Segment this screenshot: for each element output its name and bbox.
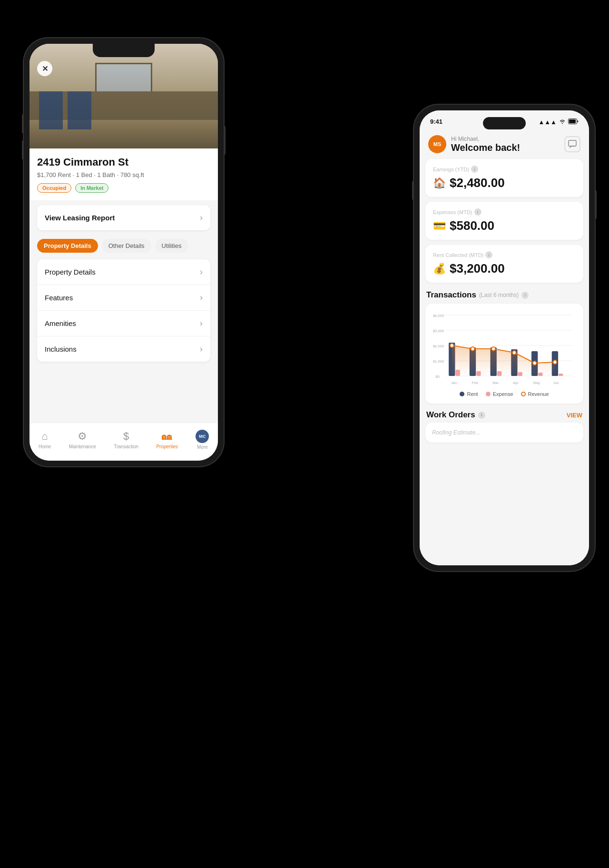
earnings-label: Earnings (YTD) i — [433, 166, 576, 173]
svg-point-32 — [450, 344, 454, 347]
expenses-label: Expenses (MTD) i — [433, 208, 576, 216]
menu-item-label: Amenities — [45, 319, 76, 327]
svg-text:Feb: Feb — [472, 381, 479, 385]
legend-expense: Expense — [486, 391, 513, 397]
more-avatar: MC — [196, 430, 209, 443]
time-display: 9:41 — [430, 118, 442, 126]
nav-home-label: Home — [39, 444, 51, 449]
menu-item-label: Inclusions — [45, 345, 77, 353]
transactions-subtitle: (Last 6 months) — [479, 292, 519, 298]
home-icon: ⌂ — [41, 430, 48, 443]
nav-home[interactable]: ⌂ Home — [39, 430, 51, 449]
volume-down-button[interactable] — [22, 140, 24, 159]
welcome-text: Welcome back! — [451, 142, 520, 153]
property-badges: Occupied In Market — [37, 183, 210, 193]
close-button[interactable]: ✕ — [37, 61, 52, 76]
transactions-header: Transactions (Last 6 months) i — [420, 287, 589, 304]
svg-text:Jan: Jan — [451, 381, 457, 385]
in-market-badge: In Market — [75, 183, 108, 193]
transactions-chart: $4,000 $3,000 $2,000 $1,000 $0 Jan Feb M… — [432, 310, 577, 386]
work-orders-section: Work Orders i VIEW — [420, 404, 589, 423]
header-left: MS Hi Michael, Welcome back! — [428, 135, 520, 153]
user-avatar: MS — [428, 135, 446, 153]
app-header: MS Hi Michael, Welcome back! — [420, 135, 589, 159]
volume-up-button[interactable] — [22, 114, 24, 133]
properties-icon: 🏘 — [162, 430, 172, 443]
status-icons: ▲▲▲ — [538, 118, 579, 126]
svg-rect-1 — [569, 119, 576, 123]
expenses-label-text: Expenses (MTD) — [433, 209, 472, 215]
menu-item-inclusions[interactable]: Inclusions › — [37, 336, 210, 362]
work-orders-info-icon[interactable]: i — [478, 412, 485, 419]
rent-info-icon[interactable]: i — [485, 251, 492, 258]
svg-point-35 — [512, 351, 516, 355]
expense-legend-label: Expense — [493, 391, 513, 397]
menu-item-amenities[interactable]: Amenities › — [37, 311, 210, 336]
menu-item-property-details[interactable]: Property Details › — [37, 259, 210, 285]
earnings-value: 🏠 $2,480.00 — [433, 176, 576, 190]
chevron-right-icon: › — [200, 267, 203, 277]
revenue-dot — [521, 392, 526, 396]
chart-container: $4,000 $3,000 $2,000 $1,000 $0 Jan Feb M… — [425, 304, 583, 404]
menu-item-features[interactable]: Features › — [37, 285, 210, 311]
expenses-info-icon[interactable]: i — [474, 208, 481, 216]
occupied-badge: Occupied — [37, 183, 71, 193]
expense-dot — [486, 392, 491, 396]
nav-transaction-label: Transaction — [114, 444, 138, 449]
property-address: 2419 Cimmaron St — [37, 156, 210, 168]
right-phone: 9:41 ▲▲▲ — [414, 105, 595, 571]
menu-item-label: Features — [45, 294, 73, 302]
signal-icon: ▲▲▲ — [538, 118, 557, 126]
property-details: $1,700 Rent · 1 Bed · 1 Bath · 780 sq.ft — [37, 171, 210, 178]
rent-collected-label: Rent Collected (MTD) i — [433, 251, 576, 258]
view-work-orders-button[interactable]: VIEW — [567, 412, 582, 419]
nav-maintenance[interactable]: ⚙ Maintenance — [69, 430, 96, 449]
earnings-icon: 🏠 — [433, 177, 446, 189]
rent-label-text: Rent Collected (MTD) — [433, 252, 483, 258]
transactions-info-icon[interactable]: i — [521, 292, 529, 299]
nav-properties-label: Properties — [156, 444, 178, 449]
work-orders-title: Work Orders i — [426, 410, 485, 420]
svg-text:Mar: Mar — [492, 381, 499, 385]
header-text: Hi Michael, Welcome back! — [451, 136, 520, 153]
nav-transaction[interactable]: $ Transaction — [114, 430, 138, 449]
svg-text:Jun: Jun — [553, 381, 559, 385]
greeting-text: Hi Michael, — [451, 136, 520, 142]
menu-item-label: Property Details — [45, 268, 96, 276]
rent-dot — [460, 392, 464, 396]
volume-button-right[interactable] — [412, 181, 414, 200]
earnings-info-icon[interactable]: i — [471, 166, 478, 173]
power-button[interactable] — [224, 126, 226, 155]
expenses-amount: $580.00 — [450, 218, 494, 233]
chevron-right-icon: › — [200, 318, 203, 328]
svg-rect-30 — [559, 374, 563, 376]
earnings-label-text: Earnings (YTD) — [433, 167, 469, 172]
rent-legend-label: Rent — [467, 391, 478, 397]
earnings-amount: $2,480.00 — [450, 176, 505, 190]
svg-point-34 — [491, 347, 495, 351]
expenses-value: 💳 $580.00 — [433, 218, 576, 233]
tab-utilities[interactable]: Utilities — [155, 239, 188, 253]
tab-other-details[interactable]: Other Details — [102, 239, 151, 253]
svg-text:$1,000: $1,000 — [433, 359, 444, 364]
svg-point-36 — [533, 361, 537, 365]
chart-legend: Rent Expense Revenue — [432, 386, 577, 397]
right-screen-content: MS Hi Michael, Welcome back! Earnings — [420, 110, 589, 565]
svg-point-37 — [553, 360, 557, 364]
tab-property-details[interactable]: Property Details — [37, 239, 98, 253]
rent-value: 💰 $3,200.00 — [433, 261, 576, 276]
maintenance-icon: ⚙ — [78, 430, 87, 443]
transaction-icon: $ — [123, 430, 129, 443]
right-phone-screen: 9:41 ▲▲▲ — [420, 110, 589, 565]
property-image: ✕ — [29, 44, 218, 148]
rent-collected-card: Rent Collected (MTD) i 💰 $3,200.00 — [425, 245, 583, 283]
power-button-right[interactable] — [595, 190, 597, 219]
nav-properties[interactable]: 🏘 Properties — [156, 430, 178, 449]
legend-revenue: Revenue — [521, 391, 549, 397]
transactions-title: Transactions — [426, 290, 476, 300]
nav-more[interactable]: MC More — [196, 430, 209, 450]
leasing-report-card[interactable]: View Leasing Report › — [37, 205, 210, 230]
message-button[interactable] — [564, 136, 580, 152]
bottom-navigation: ⌂ Home ⚙ Maintenance $ Transaction 🏘 Pro… — [29, 423, 218, 461]
svg-text:Apr: Apr — [513, 381, 519, 385]
